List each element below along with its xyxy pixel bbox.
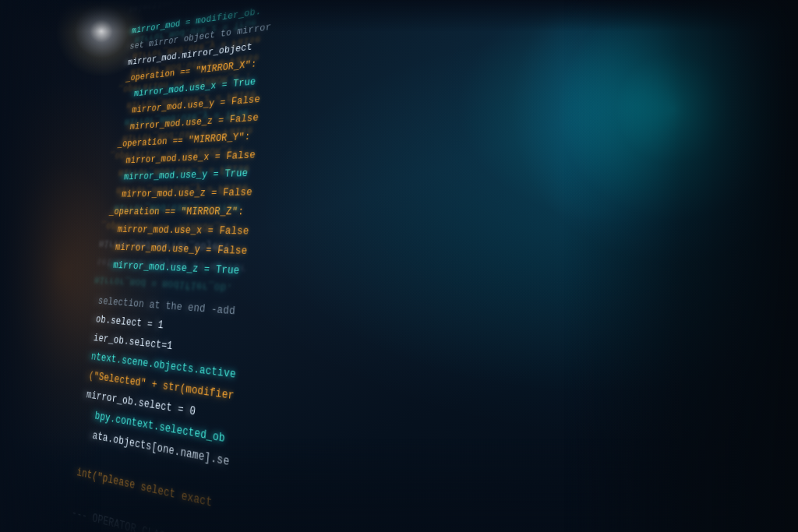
code-reflection: mirror_mod = modifier_ob.set mirror obje…	[94, 0, 517, 315]
main-scene: mirror_mod = modifier_ob.set mirror obje…	[0, 0, 798, 532]
code-container: mirror_mod = modifier_ob.set mirror obje…	[0, 0, 798, 532]
